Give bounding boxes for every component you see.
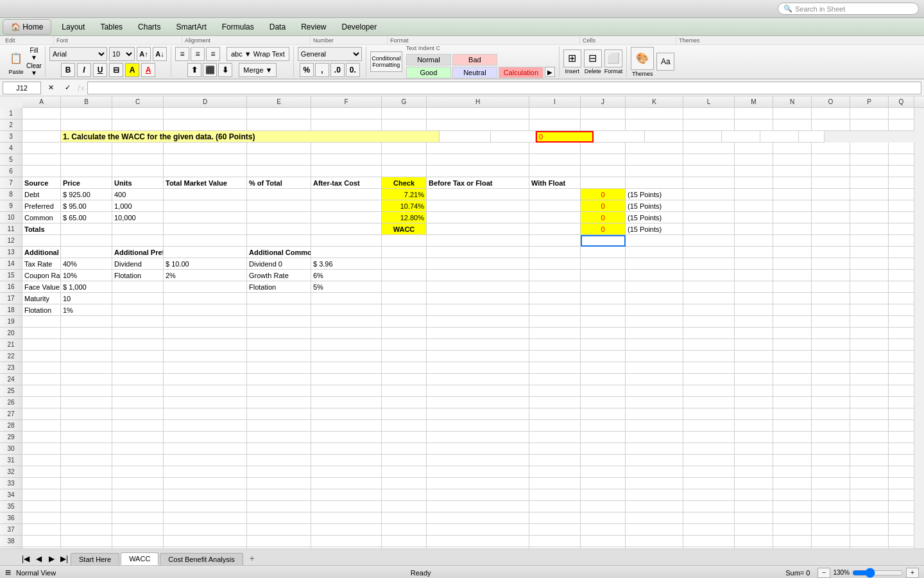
cell-e7[interactable]: % of Total (247, 177, 311, 189)
cell-a28[interactable] (22, 420, 61, 432)
cell-g20[interactable] (382, 328, 427, 339)
cell-h36[interactable] (427, 512, 529, 524)
cell-a19[interactable] (22, 316, 61, 328)
cell-a14[interactable]: Tax Rate (22, 258, 61, 270)
cell-l32[interactable] (683, 466, 735, 478)
cell-o4[interactable] (812, 143, 850, 154)
cell-i15[interactable] (529, 270, 581, 281)
cell-p12[interactable] (850, 235, 889, 247)
cell-o38[interactable] (812, 536, 850, 547)
cell-d12[interactable] (164, 235, 247, 247)
cell-f28[interactable] (311, 420, 382, 432)
cell-l7[interactable] (683, 177, 735, 189)
cell-q23[interactable] (889, 362, 914, 374)
cell-e23[interactable] (247, 362, 311, 374)
cell-b4[interactable] (61, 143, 112, 154)
col-header-e[interactable]: E (247, 96, 311, 107)
cell-g17[interactable] (382, 293, 427, 304)
cell-o32[interactable] (812, 466, 850, 478)
cell-l30[interactable] (683, 443, 735, 455)
sheet-nav-prev[interactable]: ◀ (32, 552, 45, 565)
cell-k32[interactable] (626, 466, 683, 478)
cell-b24[interactable] (61, 374, 112, 385)
cell-k36[interactable] (626, 512, 683, 524)
cell-h15[interactable] (427, 270, 529, 281)
cell-q3[interactable] (799, 131, 825, 143)
cell-f4[interactable] (311, 143, 382, 154)
cell-a37[interactable] (22, 524, 61, 536)
cell-d10[interactable] (164, 212, 247, 223)
cell-m27[interactable] (735, 408, 773, 420)
cell-e6[interactable] (247, 166, 311, 177)
cell-i32[interactable] (529, 466, 581, 478)
cell-l27[interactable] (683, 408, 735, 420)
cell-b8[interactable]: $ 925.00 (61, 189, 112, 200)
cell-e34[interactable] (247, 489, 311, 501)
cell-g39[interactable] (382, 547, 427, 548)
sheet-nav-next[interactable]: ▶ (45, 552, 58, 565)
cell-l6[interactable] (683, 166, 735, 177)
cell-n29[interactable] (773, 432, 812, 443)
cell-m16[interactable] (735, 281, 773, 293)
cell-f33[interactable] (311, 478, 382, 489)
cell-c24[interactable] (112, 374, 164, 385)
cell-d26[interactable] (164, 397, 247, 408)
cell-n28[interactable] (773, 420, 812, 432)
cell-f37[interactable] (311, 524, 382, 536)
cell-j16[interactable] (581, 281, 626, 293)
cell-a34[interactable] (22, 489, 61, 501)
cell-o13[interactable] (812, 247, 850, 258)
cell-f11[interactable] (311, 223, 382, 235)
cell-n36[interactable] (773, 512, 812, 524)
cell-e28[interactable] (247, 420, 311, 432)
cell-f24[interactable] (311, 374, 382, 385)
cell-d27[interactable] (164, 408, 247, 420)
cell-m30[interactable] (735, 443, 773, 455)
cell-q2[interactable] (889, 119, 914, 131)
cell-c33[interactable] (112, 478, 164, 489)
cancel-formula-button[interactable]: ✕ (44, 81, 58, 95)
cell-p26[interactable] (850, 397, 889, 408)
cell-g29[interactable] (382, 432, 427, 443)
cell-j18[interactable] (581, 304, 626, 316)
col-header-q[interactable]: Q (889, 96, 914, 107)
cell-h19[interactable] (427, 316, 529, 328)
cell-q32[interactable] (889, 466, 914, 478)
cell-b34[interactable] (61, 489, 112, 501)
cell-p34[interactable] (850, 489, 889, 501)
cell-p7[interactable] (850, 177, 889, 189)
row-header-28[interactable]: 28 (0, 420, 22, 432)
cell-i28[interactable] (529, 420, 581, 432)
cell-i14[interactable] (529, 258, 581, 270)
cell-l17[interactable] (683, 293, 735, 304)
cell-q33[interactable] (889, 478, 914, 489)
cell-f2[interactable] (311, 119, 382, 131)
cell-j2[interactable] (581, 119, 626, 131)
cell-e11[interactable] (247, 223, 311, 235)
cell-h22[interactable] (427, 351, 529, 362)
cell-f22[interactable] (311, 351, 382, 362)
cell-f18[interactable] (311, 304, 382, 316)
cell-j12[interactable] (581, 235, 626, 247)
cell-m13[interactable] (735, 247, 773, 258)
cell-n12[interactable] (773, 235, 812, 247)
row-header-39[interactable]: 39 (0, 547, 22, 548)
col-header-d[interactable]: D (164, 96, 247, 107)
cell-a32[interactable] (22, 466, 61, 478)
cell-n27[interactable] (773, 408, 812, 420)
row-header-30[interactable]: 30 (0, 443, 22, 455)
cell-c12[interactable] (112, 235, 164, 247)
cell-d2[interactable] (164, 119, 247, 131)
menu-tables[interactable]: Tables (92, 20, 130, 34)
cell-n3[interactable] (683, 131, 722, 143)
cell-e31[interactable] (247, 455, 311, 466)
cell-g4[interactable] (382, 143, 427, 154)
cell-i33[interactable] (529, 478, 581, 489)
cell-b21[interactable] (61, 339, 112, 351)
cell-g23[interactable] (382, 362, 427, 374)
row-header-32[interactable]: 32 (0, 466, 22, 478)
cell-j11[interactable]: 0 (581, 223, 626, 235)
cell-f14[interactable]: $ 3.96 (311, 258, 382, 270)
cell-a38[interactable] (22, 536, 61, 547)
cell-b10[interactable]: $ 65.00 (61, 212, 112, 223)
